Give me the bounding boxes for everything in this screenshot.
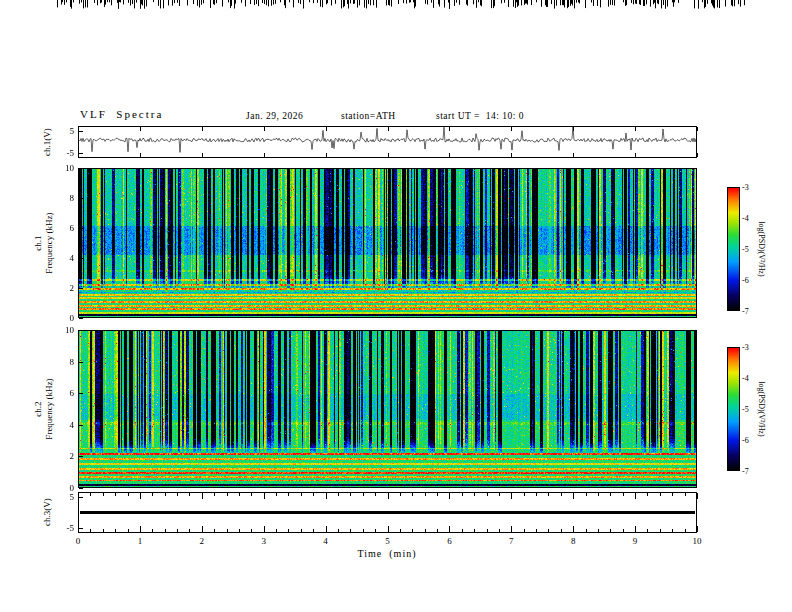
tick-mark bbox=[239, 529, 240, 532]
tick-mark bbox=[697, 493, 698, 499]
tick-mark bbox=[623, 493, 624, 496]
tick-mark bbox=[79, 318, 83, 319]
tick-mark bbox=[78, 493, 79, 499]
x-tick-label: 8 bbox=[565, 536, 581, 546]
tick-mark bbox=[264, 153, 265, 157]
tick-mark bbox=[79, 288, 83, 289]
tick-mark bbox=[685, 529, 686, 532]
tick-mark bbox=[573, 493, 574, 499]
y-tick-label: 10 bbox=[52, 325, 74, 335]
tick-mark bbox=[573, 127, 574, 131]
x-tick-label: 9 bbox=[627, 536, 643, 546]
tick-mark bbox=[474, 529, 475, 532]
tick-mark bbox=[536, 493, 537, 496]
tick-mark bbox=[474, 493, 475, 496]
tick-mark bbox=[79, 198, 83, 199]
plot-station: station=ATH bbox=[341, 111, 396, 121]
tick-mark bbox=[214, 529, 215, 532]
y-tick-label: 0 bbox=[52, 313, 74, 323]
tick-mark bbox=[288, 529, 289, 532]
tick-mark bbox=[487, 529, 488, 532]
tick-mark bbox=[462, 529, 463, 532]
tick-mark bbox=[326, 493, 327, 499]
tick-mark bbox=[586, 493, 587, 496]
tick-mark bbox=[388, 493, 389, 499]
x-tick-label: 5 bbox=[380, 536, 396, 546]
tick-mark bbox=[412, 493, 413, 496]
y-tick-label: 2 bbox=[52, 451, 74, 461]
tick-mark bbox=[375, 493, 376, 496]
tick-mark bbox=[79, 528, 83, 529]
tick-mark bbox=[79, 168, 83, 169]
tick-mark bbox=[635, 127, 636, 131]
tick-mark bbox=[598, 529, 599, 532]
colorbar-ch1-gradient bbox=[728, 188, 739, 310]
tick-mark bbox=[140, 493, 141, 499]
plot-start-ut: start UT = 14: 10: 0 bbox=[436, 111, 524, 121]
tick-mark bbox=[388, 526, 389, 532]
y-tick-label: 8 bbox=[52, 357, 74, 367]
ch2-spectrogram-panel bbox=[78, 330, 697, 488]
x-tick-label: 7 bbox=[503, 536, 519, 546]
tick-mark bbox=[79, 425, 83, 426]
tick-mark bbox=[79, 497, 83, 498]
colorbar-tick-label: -4 bbox=[742, 374, 758, 383]
x-tick-label: 6 bbox=[441, 536, 457, 546]
colorbar-tick-label: -6 bbox=[742, 276, 758, 285]
tick-mark bbox=[685, 493, 686, 496]
tick-mark bbox=[90, 529, 91, 532]
tick-mark bbox=[511, 153, 512, 157]
tick-mark bbox=[524, 529, 525, 532]
colorbar-tick-label: -5 bbox=[742, 405, 758, 414]
tick-mark bbox=[338, 529, 339, 532]
colorbar-tick-label: -3 bbox=[742, 343, 758, 352]
tick-mark bbox=[264, 526, 265, 532]
tick-mark bbox=[647, 493, 648, 496]
ch3-flat-trace bbox=[80, 511, 695, 514]
y-tick-label: -5 bbox=[52, 148, 74, 158]
ch2-axis-channel: ch.2 bbox=[33, 344, 44, 474]
y-tick-label: 2 bbox=[52, 283, 74, 293]
x-tick-label: 3 bbox=[256, 536, 272, 546]
tick-mark bbox=[276, 529, 277, 532]
tick-mark bbox=[412, 529, 413, 532]
tick-mark bbox=[264, 493, 265, 499]
tick-mark bbox=[561, 529, 562, 532]
colorbar-tick-label: -6 bbox=[742, 436, 758, 445]
tick-mark bbox=[326, 526, 327, 532]
tick-mark bbox=[647, 529, 648, 532]
tick-mark bbox=[79, 393, 83, 394]
tick-mark bbox=[350, 493, 351, 496]
tick-mark bbox=[672, 529, 673, 532]
tick-mark bbox=[202, 127, 203, 131]
tick-mark bbox=[437, 493, 438, 496]
tick-mark bbox=[326, 153, 327, 157]
tick-mark bbox=[79, 488, 83, 489]
tick-mark bbox=[165, 493, 166, 496]
tick-mark bbox=[227, 529, 228, 532]
ch1-spectrogram-image bbox=[79, 169, 696, 317]
tick-mark bbox=[449, 493, 450, 499]
tick-mark bbox=[78, 526, 79, 532]
tick-mark bbox=[202, 526, 203, 532]
tick-mark bbox=[400, 493, 401, 496]
tick-mark bbox=[301, 493, 302, 496]
colorbar-ch2-gradient bbox=[728, 348, 739, 470]
tick-mark bbox=[202, 153, 203, 157]
tick-mark bbox=[388, 153, 389, 157]
tick-mark bbox=[79, 228, 83, 229]
tick-mark bbox=[425, 493, 426, 496]
tick-mark bbox=[635, 526, 636, 532]
y-tick-label: 6 bbox=[52, 223, 74, 233]
tick-mark bbox=[128, 529, 129, 532]
tick-mark bbox=[79, 153, 83, 154]
colorbar-tick-label: -4 bbox=[742, 214, 758, 223]
tick-mark bbox=[276, 493, 277, 496]
tick-mark bbox=[400, 529, 401, 532]
tick-mark bbox=[251, 529, 252, 532]
plot-title: VLF Spectra bbox=[80, 108, 163, 120]
tick-mark bbox=[140, 153, 141, 157]
tick-mark bbox=[239, 493, 240, 496]
tick-mark bbox=[79, 131, 83, 132]
tick-mark bbox=[165, 529, 166, 532]
